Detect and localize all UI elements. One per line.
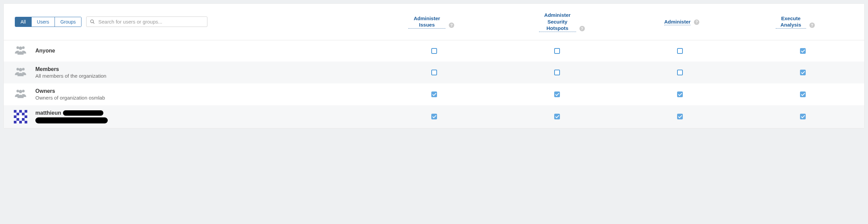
entity-description: Owners of organization osmlab — [35, 95, 105, 101]
svg-point-8 — [17, 90, 19, 92]
checkbox-execute-analysis[interactable] — [800, 70, 806, 75]
checkbox-administer-issues[interactable] — [431, 114, 437, 119]
group-icon — [14, 67, 29, 78]
table-row: matthieun — [4, 105, 864, 128]
svg-point-4 — [22, 46, 25, 49]
help-icon[interactable]: ? — [694, 20, 699, 25]
svg-point-0 — [91, 20, 94, 23]
filter-all[interactable]: All — [15, 17, 32, 27]
checkbox-administer-security-hotspots[interactable] — [554, 92, 560, 97]
redacted-text — [63, 110, 103, 116]
permissions-panel: All Users Groups Administer Issues ? Adm… — [3, 3, 865, 128]
checkbox-administer-issues[interactable] — [431, 70, 437, 75]
entity-name: Members — [35, 66, 106, 72]
redacted-text — [35, 117, 108, 123]
column-header-administer-issues[interactable]: Administer Issues ? — [366, 12, 496, 32]
entity-description: All members of the organization — [35, 73, 106, 79]
entity-name: matthieun — [35, 110, 108, 116]
checkbox-administer[interactable] — [677, 70, 683, 75]
svg-point-5 — [17, 68, 19, 70]
filter-users[interactable]: Users — [32, 17, 55, 27]
help-icon[interactable]: ? — [809, 23, 815, 28]
svg-point-10 — [22, 90, 25, 92]
svg-line-1 — [93, 23, 94, 24]
avatar — [14, 110, 29, 123]
group-icon — [14, 89, 29, 100]
help-icon[interactable]: ? — [449, 23, 454, 28]
checkbox-administer-security-hotspots[interactable] — [554, 48, 560, 54]
search-field-wrapper[interactable] — [86, 17, 208, 27]
group-icon — [14, 45, 29, 57]
checkbox-execute-analysis[interactable] — [800, 48, 806, 54]
svg-point-7 — [22, 68, 25, 70]
svg-point-2 — [17, 46, 19, 49]
entity-name: Anyone — [35, 48, 55, 54]
table-row: Anyone — [4, 40, 864, 62]
entity-name: Owners — [35, 88, 105, 94]
search-input[interactable] — [98, 19, 204, 25]
search-icon — [90, 19, 95, 24]
help-icon[interactable]: ? — [580, 26, 585, 31]
svg-point-6 — [19, 68, 22, 71]
checkbox-administer-issues[interactable] — [431, 92, 437, 97]
checkbox-administer-issues[interactable] — [431, 48, 437, 54]
checkbox-administer-security-hotspots[interactable] — [554, 70, 560, 75]
checkbox-administer[interactable] — [677, 48, 683, 54]
checkbox-administer-security-hotspots[interactable] — [554, 114, 560, 119]
checkbox-execute-analysis[interactable] — [800, 114, 806, 119]
checkbox-administer[interactable] — [677, 92, 683, 97]
filter-groups[interactable]: Groups — [55, 17, 81, 27]
filter-toggle-group: All Users Groups — [15, 17, 82, 27]
column-header-administer-security-hotspots[interactable]: Administer Security Hotspots ? — [497, 12, 627, 32]
checkbox-administer[interactable] — [677, 114, 683, 119]
svg-point-9 — [19, 90, 22, 93]
checkbox-execute-analysis[interactable] — [800, 92, 806, 97]
table-row: Members All members of the organization — [4, 62, 864, 84]
column-header-execute-analysis[interactable]: Execute Analysis ? — [737, 12, 854, 32]
permissions-table: Anyone Members All members of the organi… — [4, 40, 864, 128]
toolbar-header: All Users Groups Administer Issues ? Adm… — [4, 4, 864, 40]
table-row: Owners Owners of organization osmlab — [4, 84, 864, 105]
column-header-administer[interactable]: Administer ? — [627, 12, 736, 32]
svg-point-3 — [19, 46, 22, 50]
